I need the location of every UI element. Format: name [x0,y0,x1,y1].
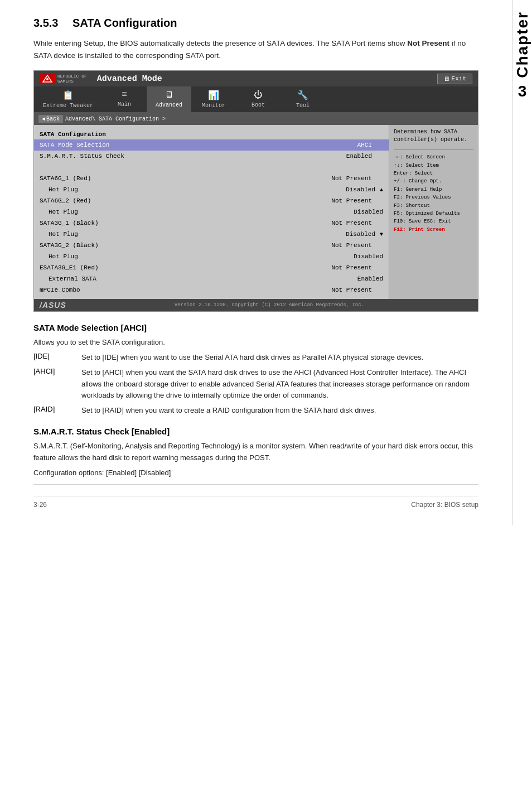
bios-header: REPUBLIC OF GAMERS Advanced Mode 🖥 Exit [34,71,478,86]
bios-body: SATA Configuration SATA Mode Selection A… [34,125,478,299]
sata6g2-hotplug-row[interactable]: Hot Plug Disabled [34,206,389,218]
bios-main: SATA Configuration SATA Mode Selection A… [34,125,389,299]
back-button[interactable]: ◀ Back [38,115,63,123]
chapter-sidebar: Chapter 3 [512,0,532,525]
monitor-icon: 📊 [208,90,219,101]
nav-main[interactable]: ≡ Main [102,86,147,112]
page-number-right: Chapter 3: BIOS setup [411,501,478,509]
asus-logo: /ASUS [40,301,66,310]
sata3g1-hotplug-row[interactable]: Hot Plug Disabled ▼ [34,229,389,240]
chapter-label: Chapter [514,11,531,78]
rog-text: REPUBLIC OF GAMERS [57,74,87,84]
scroll-up-icon: ▲ [380,187,383,193]
smart-config-options: Configuration options: [Enabled] [Disabl… [33,467,478,479]
nav-monitor[interactable]: 📊 Monitor [191,86,236,112]
sata-mode-row[interactable]: SATA Mode Selection AHCI [34,139,389,151]
nav-tool[interactable]: 🔧 Tool [280,86,325,112]
rog-logo-icon [40,73,55,84]
bios-breadcrumb: ◀ Back Advanced\ SATA Configuration > [34,113,478,125]
section-heading: 3.5.3 SATA Configuration [33,17,478,30]
raid-option: [RAID] Set to [RAID] when you want to cr… [33,405,478,417]
bios-footer: /ASUS Version 2.10.1208. Copyright (C) 2… [34,299,478,311]
chapter-number: 3 [518,83,527,100]
bios-nav: 📋 Extreme Tweaker ≡ Main 🖥 Advanced 📊 Mo… [34,86,478,113]
mpcie-row: mPCIe_Combo Not Present [34,284,389,296]
nav-advanced[interactable]: 🖥 Advanced [147,86,191,112]
spacer-row [34,162,389,173]
monitor-icon: 🖥 [443,75,449,83]
section-number: 3.5.3 [33,17,58,29]
sata3g1-row: SATA3G_1 (Black) Not Present [34,218,389,229]
bios-key-help: →←: Select Screen ↑↓: Select Item Enter:… [394,153,473,234]
svg-point-1 [46,78,49,80]
sata-mode-intro: Allows you to set the SATA configuration… [33,337,478,349]
sata6g1-row: SATA6G_1 (Red) Not Present [34,173,389,184]
sata6g1-hotplug-row[interactable]: Hot Plug Disabled ▲ [34,184,389,195]
advanced-icon: 🖥 [165,90,173,100]
exit-button[interactable]: 🖥 Exit [437,74,472,84]
smart-heading: S.M.A.R.T. Status Check [Enabled] [33,427,478,436]
tool-icon: 🔧 [297,90,308,101]
bios-screenshot: REPUBLIC OF GAMERS Advanced Mode 🖥 Exit … [33,70,478,312]
sidebar-divider [394,149,473,150]
sata-config-title: SATA Configuration [34,128,389,139]
sata3g2-hotplug-row[interactable]: Hot Plug Disabled [34,251,389,262]
bios-mode-title: Advanced Mode [97,74,162,84]
page-number-left: 3-26 [33,501,47,509]
footer-divider [33,484,478,485]
section-title: SATA Configuration [72,17,177,29]
ide-option: [IDE] Set to [IDE] when you want to use … [33,352,478,364]
scroll-down-icon: ▼ [380,231,383,238]
esata-row: ESATA3G_E1 (Red) Not Present [34,262,389,273]
intro-text: While entering Setup, the BIOS automatic… [33,37,478,61]
sata-mode-heading: SATA Mode Selection [AHCI] [33,323,478,332]
nav-extreme-tweaker[interactable]: 📋 Extreme Tweaker [34,86,102,112]
rog-logo: REPUBLIC OF GAMERS [40,73,87,84]
main-icon: ≡ [122,90,127,100]
bios-version-text: Version 2.10.1208. Copyright (C) 2012 Am… [175,302,364,308]
nav-boot[interactable]: ⏻ Boot [236,86,280,112]
bios-help-text: Determines how SATA controller(s) operat… [394,128,473,144]
page-footer: 3-26 Chapter 3: BIOS setup [33,496,478,509]
back-arrow-icon: ◀ [42,115,45,122]
smart-row[interactable]: S.M.A.R.T. Status Check Enabled [34,151,389,162]
boot-icon: ⏻ [254,90,263,100]
bios-header-left: REPUBLIC OF GAMERS Advanced Mode [40,73,162,84]
extreme-tweaker-icon: 📋 [62,90,74,101]
sata6g2-row: SATA6G_2 (Red) Not Present [34,195,389,206]
sata3g2-row: SATA3G_2 (Black) Not Present [34,240,389,251]
external-sata-row[interactable]: External SATA Enabled [34,273,389,284]
smart-text: S.M.A.R.T. (Self-Monitoring, Analysis an… [33,441,478,464]
bios-sidebar: Determines how SATA controller(s) operat… [389,125,478,299]
ahci-option: [AHCI] Set to [AHCI] when you want the S… [33,367,478,402]
